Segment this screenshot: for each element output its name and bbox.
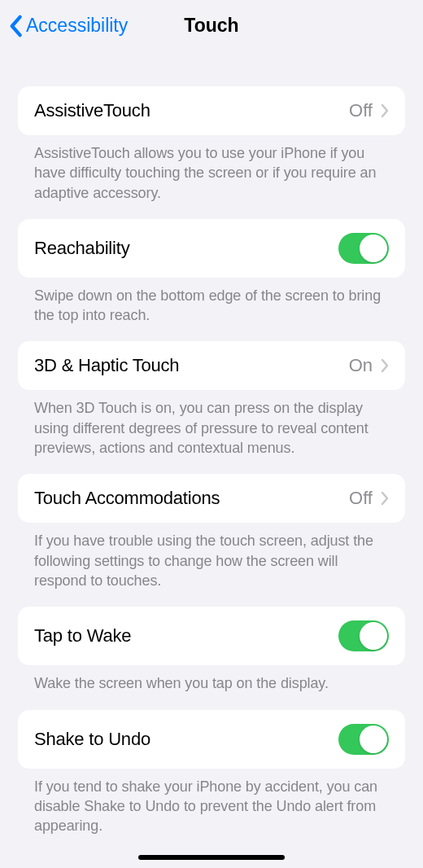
row-right: Off — [349, 100, 389, 121]
chevron-left-icon — [8, 15, 23, 37]
footer-text: Wake the screen when you tap on the disp… — [18, 665, 405, 693]
shake-to-undo-group: Shake to Undo If you tend to shake your … — [18, 710, 405, 836]
tap-to-wake-toggle[interactable] — [338, 620, 389, 651]
row-right: Off — [349, 488, 389, 509]
shake-to-undo-row: Shake to Undo — [18, 710, 405, 769]
footer-text: Swipe down on the bottom edge of the scr… — [18, 278, 405, 326]
back-button[interactable]: Accessibility — [8, 15, 128, 37]
assistivetouch-group: AssistiveTouch Off AssistiveTouch allows… — [18, 86, 405, 203]
tap-to-wake-row: Tap to Wake — [18, 607, 405, 665]
row-value: Off — [349, 100, 373, 121]
touch-accommodations-group: Touch Accommodations Off If you have tro… — [18, 474, 405, 590]
row-label: 3D & Haptic Touch — [34, 355, 179, 376]
back-label: Accessibility — [26, 15, 128, 37]
3d-haptic-group: 3D & Haptic Touch On When 3D Touch is on… — [18, 341, 405, 458]
toggle-knob — [360, 235, 387, 262]
nav-header: Accessibility Touch — [0, 0, 423, 50]
row-value: Off — [349, 488, 373, 509]
toggle-knob — [360, 726, 387, 753]
shake-to-undo-toggle[interactable] — [338, 724, 389, 755]
footer-text: If you have trouble using the touch scre… — [18, 523, 405, 590]
reachability-toggle[interactable] — [338, 233, 389, 264]
footer-text: AssistiveTouch allows you to use your iP… — [18, 135, 405, 203]
row-label: Touch Accommodations — [34, 488, 220, 509]
settings-content: AssistiveTouch Off AssistiveTouch allows… — [0, 86, 423, 835]
chevron-right-icon — [381, 358, 389, 373]
footer-text: When 3D Touch is on, you can press on th… — [18, 390, 405, 458]
toggle-knob — [360, 622, 387, 650]
row-value: On — [349, 355, 373, 376]
row-right: On — [349, 355, 389, 376]
chevron-right-icon — [381, 103, 389, 118]
3d-haptic-row[interactable]: 3D & Haptic Touch On — [18, 341, 405, 390]
touch-accommodations-row[interactable]: Touch Accommodations Off — [18, 474, 405, 523]
chevron-right-icon — [381, 491, 389, 506]
assistivetouch-row[interactable]: AssistiveTouch Off — [18, 86, 405, 135]
reachability-group: Reachability Swipe down on the bottom ed… — [18, 219, 405, 326]
reachability-row: Reachability — [18, 219, 405, 278]
home-indicator[interactable] — [138, 855, 285, 860]
tap-to-wake-group: Tap to Wake Wake the screen when you tap… — [18, 607, 405, 693]
row-label: Shake to Undo — [34, 729, 150, 750]
row-label: AssistiveTouch — [34, 100, 150, 121]
row-label: Tap to Wake — [34, 625, 131, 647]
row-label: Reachability — [34, 238, 129, 259]
footer-text: If you tend to shake your iPhone by acci… — [18, 769, 405, 836]
